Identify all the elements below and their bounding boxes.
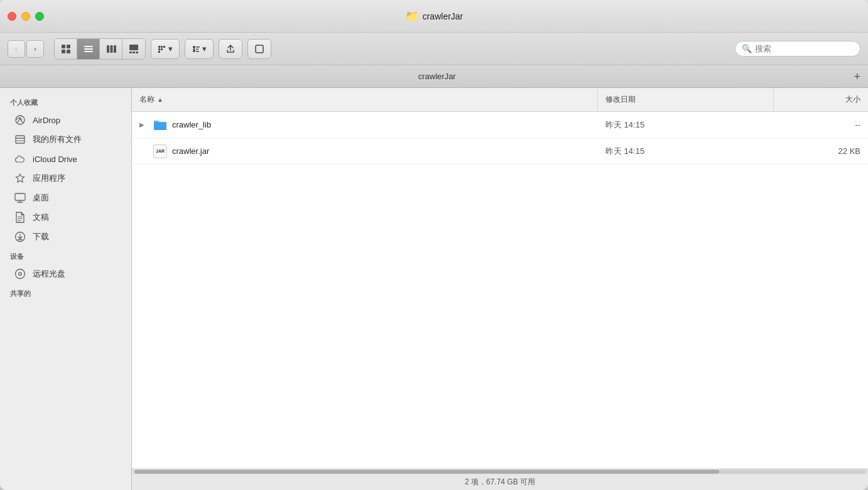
svg-rect-9 bbox=[114, 45, 116, 53]
group-button[interactable]: ▾ bbox=[151, 39, 180, 59]
share-button[interactable] bbox=[219, 39, 242, 59]
sidebar-apps-label: 应用程序 bbox=[33, 173, 65, 184]
expand-arrow-icon[interactable]: ▶ bbox=[139, 121, 148, 128]
svg-rect-24 bbox=[196, 48, 198, 50]
all-files-icon bbox=[14, 133, 26, 146]
close-button[interactable] bbox=[8, 12, 16, 21]
forward-icon: › bbox=[34, 44, 36, 53]
svg-rect-8 bbox=[110, 45, 112, 53]
search-icon: 🔍 bbox=[742, 44, 752, 53]
svg-rect-11 bbox=[129, 52, 132, 53]
maximize-button[interactable] bbox=[35, 12, 44, 21]
list-view-icon bbox=[84, 44, 94, 54]
svg-rect-6 bbox=[84, 51, 93, 52]
sidebar-item-downloads[interactable]: 下载 bbox=[4, 227, 127, 246]
svg-rect-5 bbox=[84, 48, 93, 50]
svg-rect-22 bbox=[193, 48, 195, 50]
file-list: ▶ crawler_lib 昨天 14:15 -- bbox=[132, 112, 868, 469]
sidebar-item-all-files[interactable]: 我的所有文件 bbox=[4, 130, 127, 149]
sidebar-item-documents[interactable]: 文稿 bbox=[4, 208, 127, 227]
file-size-cell: 22 KB bbox=[774, 146, 868, 156]
jar-file-icon: JAR bbox=[153, 144, 167, 158]
forward-button[interactable]: › bbox=[26, 40, 44, 58]
sidebar-documents-label: 文稿 bbox=[33, 212, 49, 223]
svg-rect-15 bbox=[158, 48, 160, 50]
column-view-button[interactable] bbox=[100, 39, 122, 59]
scrollbar-thumb bbox=[134, 470, 719, 474]
sidebar-item-label: AirDrop bbox=[33, 116, 60, 125]
sidebar-item-airdrop[interactable]: AirDrop bbox=[4, 111, 127, 129]
title-center: 📁 crawlerJar bbox=[405, 9, 464, 23]
table-row[interactable]: ▶ crawler_lib 昨天 14:15 -- bbox=[132, 112, 868, 138]
sidebar-icloud-label: iCloud Drive bbox=[33, 155, 77, 164]
sort-dropdown-arrow: ▾ bbox=[202, 44, 207, 53]
size-column-header[interactable]: 大小 bbox=[774, 88, 868, 111]
group-icon bbox=[158, 45, 166, 53]
scrollbar-area[interactable] bbox=[132, 469, 868, 474]
search-input[interactable] bbox=[755, 44, 843, 53]
file-size: -- bbox=[855, 120, 860, 129]
svg-point-27 bbox=[16, 116, 24, 124]
sidebar-desktop-label: 桌面 bbox=[33, 192, 49, 204]
title-bar: 📁 crawlerJar bbox=[0, 0, 868, 33]
traffic-lights bbox=[8, 12, 44, 21]
add-button[interactable]: + bbox=[854, 71, 860, 82]
icloud-icon bbox=[14, 153, 26, 165]
folder-file-icon bbox=[153, 118, 167, 132]
remote-disc-icon bbox=[14, 268, 26, 280]
sort-arrow: ▲ bbox=[157, 96, 163, 103]
svg-rect-7 bbox=[107, 45, 109, 53]
sort-button[interactable]: ▾ bbox=[185, 39, 214, 59]
file-name-cell: ▶ crawler_lib bbox=[132, 118, 598, 132]
list-view-button[interactable] bbox=[77, 39, 100, 59]
svg-point-43 bbox=[19, 273, 21, 275]
path-bar: crawlerJar + bbox=[0, 65, 868, 88]
sidebar-item-apps[interactable]: 应用程序 bbox=[4, 169, 127, 188]
back-icon: ‹ bbox=[15, 44, 18, 53]
gallery-view-icon bbox=[129, 44, 139, 54]
sidebar-remote-disc-label: 远程光盘 bbox=[33, 268, 65, 280]
name-column-header[interactable]: 名称 ▲ bbox=[132, 88, 598, 111]
icon-view-button[interactable] bbox=[55, 39, 77, 59]
column-headers: 名称 ▲ 修改日期 大小 bbox=[132, 88, 868, 112]
view-buttons bbox=[54, 38, 146, 60]
airdrop-icon bbox=[14, 114, 26, 126]
path-bar-title: crawlerJar bbox=[20, 72, 854, 81]
file-date-cell: 昨天 14:15 bbox=[598, 119, 774, 131]
file-area: 名称 ▲ 修改日期 大小 ▶ bbox=[132, 88, 868, 490]
column-view-icon bbox=[106, 44, 116, 54]
table-row[interactable]: JAR crawler.jar 昨天 14:15 22 KB bbox=[132, 138, 868, 165]
sidebar-item-icloud[interactable]: iCloud Drive bbox=[4, 150, 127, 168]
status-text: 2 项，67.74 GB 可用 bbox=[465, 474, 535, 490]
toolbar: ‹ › ▾ ▾ bbox=[0, 33, 868, 65]
sidebar-item-remote-disc[interactable]: 远程光盘 bbox=[4, 264, 127, 283]
sidebar-downloads-label: 下载 bbox=[33, 231, 49, 242]
sort-icon bbox=[192, 45, 200, 53]
finder-window: 📁 crawlerJar ‹ › bbox=[0, 0, 868, 490]
svg-rect-10 bbox=[129, 45, 138, 50]
status-bar: 2 项，67.74 GB 可用 bbox=[132, 469, 868, 490]
sidebar-shared-label: 共享的 bbox=[0, 284, 131, 301]
documents-icon bbox=[14, 211, 26, 224]
file-date-cell: 昨天 14:15 bbox=[598, 146, 774, 157]
tags-button[interactable] bbox=[247, 39, 271, 59]
sidebar-item-desktop[interactable]: 桌面 bbox=[4, 188, 127, 207]
size-column-label: 大小 bbox=[845, 94, 860, 105]
svg-rect-29 bbox=[16, 136, 24, 143]
gallery-view-button[interactable] bbox=[122, 39, 145, 59]
minimize-button[interactable] bbox=[21, 12, 30, 21]
svg-rect-0 bbox=[62, 45, 65, 48]
main-content: 个人收藏 AirDrop 我的所有文件 iCloud Drive bbox=[0, 88, 868, 490]
search-box[interactable]: 🔍 bbox=[735, 41, 860, 57]
svg-rect-16 bbox=[158, 51, 160, 53]
svg-point-20 bbox=[193, 46, 195, 48]
file-date: 昨天 14:15 bbox=[605, 119, 644, 131]
file-name: crawler_lib bbox=[172, 120, 211, 129]
date-column-header[interactable]: 修改日期 bbox=[598, 88, 774, 111]
svg-rect-4 bbox=[84, 46, 93, 47]
back-button[interactable]: ‹ bbox=[8, 40, 25, 58]
icon-view-icon bbox=[61, 44, 71, 54]
sidebar-devices-label: 设备 bbox=[0, 247, 131, 264]
window-title: crawlerJar bbox=[423, 11, 464, 21]
svg-rect-2 bbox=[62, 50, 65, 53]
